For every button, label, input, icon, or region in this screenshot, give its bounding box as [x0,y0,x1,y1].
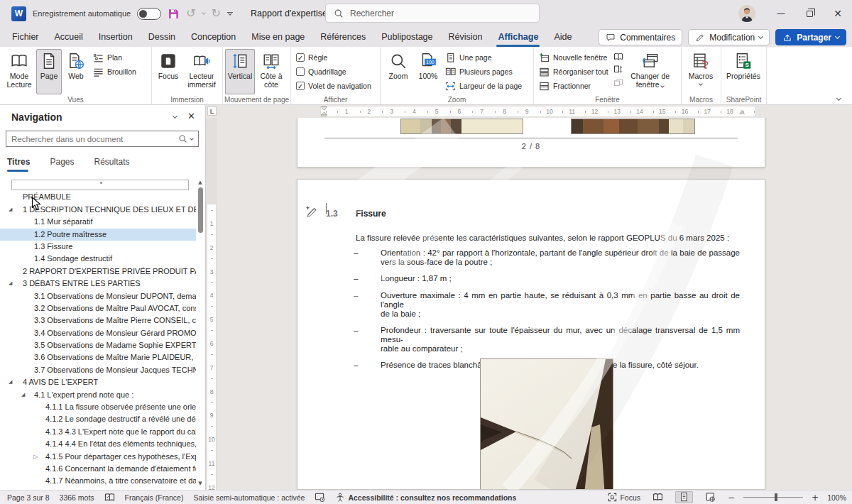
nav-heading-item[interactable]: 4.1.4 4.4 En l'état des éléments techniq… [0,438,196,450]
view-side-by-side-icon[interactable] [613,52,623,62]
nav-tab-pages[interactable]: Pages [50,157,74,170]
collapse-triangle-icon[interactable]: ◢ [9,376,12,388]
focus-mode-button[interactable]: Focus [608,493,640,502]
horizontal-ruler[interactable]: 123456789101112131415161718 [206,105,852,118]
nav-heading-item[interactable]: PRÉAMBULE [0,191,196,203]
nav-heading-item[interactable]: 1.2 Poutre maîtresse [0,229,196,241]
nav-heading-item[interactable]: 4.1.2 Le sondage destructif a révélé une… [0,413,196,425]
tab-publipostage[interactable]: Publipostage [373,27,440,47]
nav-heading-item[interactable]: ◢4 AVIS DE L'EXPERT [0,376,196,388]
switch-windows-button[interactable]: Changer de fenêtre [626,49,675,94]
view-print-layout-button[interactable] [675,491,693,503]
tab-accueil[interactable]: Accueil [47,27,91,47]
nav-heading-item[interactable]: 1.4 Sondage destructif [0,253,196,265]
restore-button[interactable] [795,0,824,27]
v-ruler-band[interactable]: 123456789101112 [207,204,216,490]
search-dropdown-icon[interactable] [190,136,194,141]
document-canvas[interactable]: 2 / 8 1.3 Fissure La fissure relevée pré… [217,118,852,490]
arrange-all-button[interactable]: Réorganiser tout [536,65,611,79]
zoom-out-button[interactable]: − [728,493,735,503]
nav-heading-item[interactable]: 3.4 Observations de Monsieur Gérard PROM… [0,327,196,339]
crack-photo[interactable] [480,358,613,490]
photo-material-left[interactable] [400,119,523,134]
multiple-pages-button[interactable]: Plusieurs pages [442,65,525,79]
tab-dessin[interactable]: Dessin [141,27,183,47]
synchronous-scrolling-icon[interactable] [613,65,623,75]
page-layout-button[interactable]: Page [36,49,62,94]
macro-recording-icon[interactable] [315,492,325,503]
mode-lecture-button[interactable]: Mode Lecture [2,49,36,94]
navigation-close-icon[interactable]: ✕ [187,111,195,121]
zoom-100-button[interactable]: 100% [414,49,442,94]
proofing-icon[interactable] [104,492,115,503]
h-ruler-band[interactable]: 123456789101112131415161718 [321,106,755,116]
zoom-slider-thumb[interactable] [775,493,777,501]
close-button[interactable]: ✕ [824,0,852,27]
nav-scrollbar[interactable]: ▲ ▼ [197,180,204,487]
nav-heading-item[interactable]: ▷4.1.5 Pour départager ces hypothèses, l… [0,451,196,463]
collapse-triangle-icon[interactable]: ◢ [9,278,12,290]
navigation-pane-checkbox[interactable]: ✓ Volet de navigation [293,79,374,93]
vertical-ruler[interactable]: 123456789101112 [206,118,217,490]
nav-heading-item[interactable]: 3.3 Observations de Maître Pierre CONSEI… [0,314,196,327]
document-search-input[interactable]: Rechercher dans un document [6,131,199,147]
nav-heading-item[interactable]: 1.1 Mur séparatif [0,216,196,228]
immersive-reader-button[interactable]: Lecteur immersif [182,49,221,94]
editing-mode-button[interactable]: Modification [688,29,770,45]
nav-tab-titres[interactable]: Titres [7,157,30,170]
collapse-triangle-icon[interactable]: ◢ [21,389,25,401]
document-page-3[interactable]: 1.3 Fissure La fissure relevée présente … [297,179,765,490]
ruler-checkbox[interactable]: ✓ Règle [293,50,374,65]
view-web-layout-button[interactable] [701,491,719,503]
zoom-slider[interactable] [743,497,803,498]
gridlines-checkbox[interactable]: Quadrillage [293,65,374,79]
word-count[interactable]: 3366 mots [60,493,94,502]
word-logo-icon[interactable]: W [11,6,26,21]
web-layout-button[interactable]: Web [62,49,90,94]
zoom-level[interactable]: 100% [827,493,846,502]
view-read-mode-button[interactable] [649,491,667,503]
macros-button[interactable]: Macros [684,49,718,94]
focus-button[interactable]: Focus [154,49,182,94]
share-button[interactable]: Partager [775,29,846,45]
properties-button[interactable]: Propriétés [723,49,763,94]
indent-markers-icon[interactable] [321,106,327,116]
new-window-button[interactable]: Nouvelle fenêtre [536,50,611,65]
document-title[interactable]: Rapport d'expertise [251,9,337,18]
split-button[interactable]: Fractionner [536,79,611,93]
comments-button[interactable]: Commentaires [599,29,682,45]
redo-icon[interactable]: ↻ [212,8,221,19]
page-width-button[interactable]: Largeur de la page [442,79,525,93]
nav-heading-item[interactable]: ◢4.1 L'expert prend note que : [0,389,196,401]
nav-heading-item[interactable]: 4.1.1 La fissure observée présente une o… [0,401,196,413]
document-page-2[interactable]: 2 / 8 [297,118,765,168]
nav-heading-item[interactable]: 4.1.7 Néanmoins, à titre conservatoire e… [0,475,196,487]
nav-heading-item[interactable]: 2 RAPPORT D'EXPERTISE PRIVÉE PRODUIT PAR… [0,265,196,278]
tab-conception[interactable]: Conception [183,27,244,47]
accessibility-status[interactable]: Accessibilité : consultez nos recommanda… [335,493,516,503]
nav-heading-item[interactable]: 3.5 Observations de Madame Sophie EXPERT… [0,339,196,351]
nav-heading-item[interactable]: 3.2 Observations de Maître Paul AVOCAT, … [0,302,196,314]
search-bar[interactable]: Rechercher [325,4,540,23]
tab-révision[interactable]: Révision [441,27,491,47]
nav-tab-résultats[interactable]: Résultats [94,157,130,170]
minimize-button[interactable]: — [767,0,795,27]
page-indicator[interactable]: Page 3 sur 8 [7,493,50,502]
scroll-down-icon[interactable]: ▼ [197,481,204,487]
nav-heading-item[interactable]: ◢1 DESCRIPTION TECHNIQUE DES LIEUX ET DE… [0,204,196,216]
zoom-in-button[interactable]: + [812,493,819,503]
photo-material-right[interactable] [571,119,695,134]
nav-heading-item[interactable]: 4.1.3 4.3 L'Expert note que le rapport d… [0,426,196,438]
autocomplete-status[interactable]: Saisie semi-automatique : activée [193,493,305,502]
nav-heading-item[interactable]: 3.6 Observations de Maître Marie PLAIDEU… [0,351,196,363]
copilot-pen-icon[interactable] [305,204,319,218]
nav-heading-item[interactable]: 4.1.6 Concernant la demande d'étaiement … [0,463,196,475]
expand-triangle-icon[interactable]: ▷ [33,451,38,463]
tab-aide[interactable]: Aide [546,27,579,47]
language-indicator[interactable]: Français (France) [125,493,184,502]
navigation-options-icon[interactable] [173,114,178,119]
tab-selector[interactable]: L [207,106,217,116]
tab-fichier[interactable]: Fichier [4,27,47,47]
tab-mise-en-page[interactable]: Mise en page [244,27,312,47]
search-icon[interactable] [178,134,187,143]
